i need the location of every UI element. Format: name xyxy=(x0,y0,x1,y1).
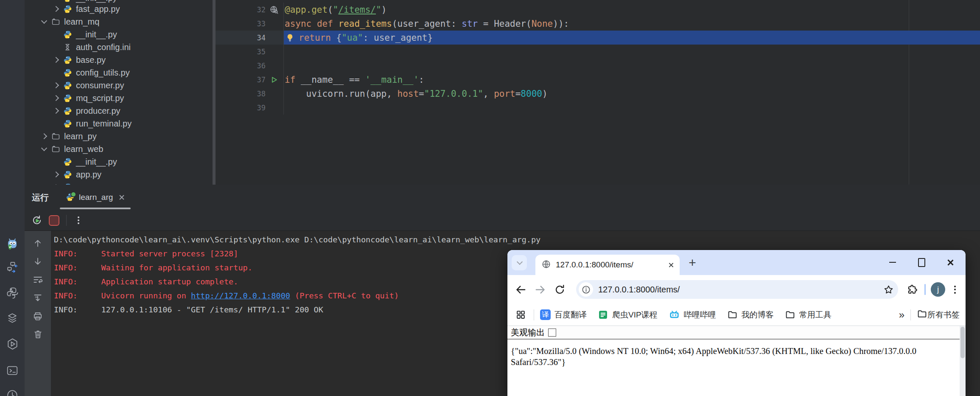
code-token: ( xyxy=(328,5,333,15)
close-window-button[interactable] xyxy=(941,253,960,271)
tree-folder-learn_py[interactable]: learn_py xyxy=(25,130,216,143)
code-text: async def read_items(user_agent: str = H… xyxy=(284,17,980,31)
tree-item[interactable]: mq_script.py xyxy=(25,92,216,104)
tree-item-label: producer.py xyxy=(76,106,120,116)
chevron-right-icon[interactable] xyxy=(41,133,47,139)
tree-item[interactable]: run_teminal.py xyxy=(25,117,216,130)
tree-item-label: auth_config.ini xyxy=(76,42,131,52)
chevron-right-icon[interactable] xyxy=(53,57,59,63)
chevron-right-icon[interactable] xyxy=(53,108,59,114)
tree-folder-learn_mq[interactable]: learn_mq xyxy=(25,15,216,28)
stop-button[interactable] xyxy=(49,215,59,226)
chevron-down-icon[interactable] xyxy=(41,19,47,25)
all-bookmarks-button[interactable]: 所有书签 xyxy=(917,309,960,321)
back-button[interactable] xyxy=(513,282,528,297)
tree-item[interactable]: app.py xyxy=(25,168,216,181)
minimize-button[interactable] xyxy=(883,253,902,271)
bookmark-item[interactable]: 常用工具 xyxy=(785,309,832,320)
tree-item-label: learn_web xyxy=(64,144,103,154)
rerun-button[interactable] xyxy=(31,215,42,226)
clock-icon[interactable] xyxy=(6,388,19,396)
editor-line[interactable]: 33async def read_items(user_agent: str =… xyxy=(216,17,980,31)
close-tab-icon[interactable] xyxy=(119,194,125,200)
more-options-kebab-icon[interactable] xyxy=(73,215,84,226)
print-icon[interactable] xyxy=(32,311,43,323)
bookmarks-overflow-chevron[interactable]: » xyxy=(899,309,904,321)
editor-gutter: 36 xyxy=(216,59,284,73)
chevron-right-icon xyxy=(53,31,59,37)
run-gutter-icon[interactable] xyxy=(266,76,283,84)
browser-tab-active[interactable]: 127.0.0.1:8000/items/ xyxy=(535,255,680,275)
chevron-right-icon[interactable] xyxy=(53,95,59,101)
address-bar[interactable]: 127.0.0.1:8000/items/ xyxy=(576,280,898,299)
url-text[interactable]: 127.0.0.1:8000/items/ xyxy=(598,285,882,295)
maximize-button[interactable] xyxy=(912,253,931,271)
tree-item[interactable]: consumer.py xyxy=(25,79,216,92)
bookmark-item[interactable]: 我的博客 xyxy=(727,309,774,320)
mascot-plugin-icon[interactable] xyxy=(6,237,19,250)
active-tab-underline xyxy=(60,208,131,209)
chevron-right-icon[interactable] xyxy=(53,171,59,177)
bookmark-item[interactable]: 哔哩哔哩 xyxy=(669,309,716,320)
bookmark-star-icon[interactable] xyxy=(882,283,895,296)
new-tab-button[interactable]: + xyxy=(686,256,699,270)
tree-item[interactable]: fast_app.py xyxy=(25,3,216,15)
arrow-down-icon[interactable] xyxy=(32,256,43,269)
editor-line[interactable]: 32@app.get("/items/") xyxy=(216,3,980,17)
reload-button[interactable] xyxy=(552,282,567,297)
python-console-icon[interactable] xyxy=(6,286,19,300)
tab-search-button[interactable] xyxy=(512,255,527,270)
apps-grid-icon[interactable] xyxy=(513,308,528,322)
tree-item[interactable] xyxy=(25,181,216,185)
services-flow-icon[interactable] xyxy=(6,260,19,274)
site-info-icon[interactable] xyxy=(579,282,593,297)
forward-button[interactable] xyxy=(533,282,547,297)
pretty-output-checkbox[interactable] xyxy=(548,329,556,337)
editor-line[interactable]: 38 uvicorn.run(app, host="127.0.0.1", po… xyxy=(216,87,980,101)
folder-icon xyxy=(785,309,795,320)
bookmark-item[interactable]: 爬虫VIP课程 xyxy=(598,309,658,320)
tree-item[interactable]: __init__.py xyxy=(25,28,216,41)
tree-item[interactable]: base.py xyxy=(25,53,216,66)
tree-item[interactable]: producer.py xyxy=(25,104,216,117)
panel-splitter[interactable] xyxy=(213,0,216,185)
chevron-right-icon[interactable] xyxy=(53,6,59,12)
services-run-icon[interactable] xyxy=(6,337,19,351)
tree-item[interactable]: config_utils.py xyxy=(25,66,216,79)
editor-line[interactable]: 34return {"ua": user_agent} xyxy=(216,31,980,45)
code-token xyxy=(333,19,339,29)
line-number: 32 xyxy=(216,6,266,14)
scroll-to-end-icon[interactable] xyxy=(32,292,43,305)
endpoint-globe-icon[interactable] xyxy=(266,5,283,14)
chrome-menu-kebab-icon[interactable] xyxy=(950,284,960,295)
editor-line[interactable]: 37if __name__ == '__main__': xyxy=(216,73,980,87)
soft-wrap-icon[interactable] xyxy=(32,274,43,287)
chrome-toolbar: 127.0.0.1:8000/items/ j xyxy=(507,275,966,304)
tree-item[interactable]: auth_config.ini xyxy=(25,41,216,53)
tree-folder-learn_web[interactable]: learn_web xyxy=(25,143,216,155)
code-token: "127.0.0.1" xyxy=(424,89,483,99)
chevron-right-icon[interactable] xyxy=(53,82,59,88)
tree-item-label: __init__.py xyxy=(76,157,117,167)
editor-line[interactable]: 36 xyxy=(216,59,980,73)
bookmark-item[interactable]: 译百度翻译 xyxy=(540,309,587,320)
packages-layers-icon[interactable] xyxy=(6,312,19,325)
close-tab-icon[interactable] xyxy=(668,262,674,268)
chevron-down-icon[interactable] xyxy=(41,146,47,152)
folder-icon-ide xyxy=(51,144,60,154)
page-scrollbar[interactable] xyxy=(960,326,966,396)
arrow-up-icon[interactable] xyxy=(32,238,43,250)
intention-bulb-icon[interactable] xyxy=(286,33,294,42)
code-editor[interactable]: 32@app.get("/items/")33async def read_it… xyxy=(216,0,980,185)
editor-line[interactable]: 35 xyxy=(216,45,980,59)
terminal-icon[interactable] xyxy=(6,364,19,377)
run-tab-learn-arg[interactable]: learn_arg xyxy=(60,185,131,210)
code-token: port xyxy=(494,89,515,99)
console-link[interactable]: http://127.0.0.1:8000 xyxy=(191,291,290,300)
editor-line[interactable]: 39 xyxy=(216,101,980,115)
tree-item[interactable]: __init__.py xyxy=(25,155,216,168)
profile-avatar[interactable]: j xyxy=(931,282,945,297)
editor-gutter: 39 xyxy=(216,101,284,115)
clear-all-trash-icon[interactable] xyxy=(33,329,43,341)
extensions-puzzle-icon[interactable] xyxy=(905,282,919,297)
